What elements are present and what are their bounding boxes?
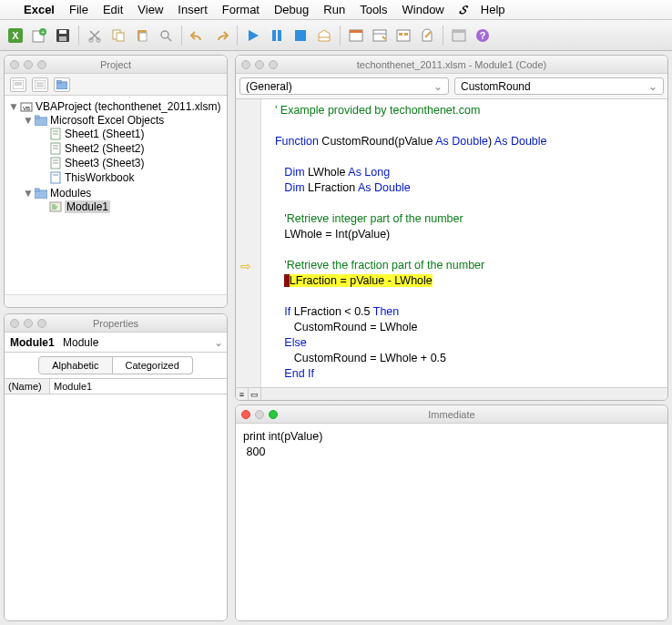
project-toolbar xyxy=(5,74,227,96)
full-module-view-icon[interactable]: ▭ xyxy=(249,388,261,400)
copy-icon[interactable] xyxy=(108,26,128,46)
menu-insert[interactable]: Insert xyxy=(178,3,208,16)
toolbox-icon[interactable] xyxy=(417,26,437,46)
disclosure-icon[interactable]: ▼ xyxy=(23,187,32,200)
svg-rect-27 xyxy=(399,33,402,36)
paste-icon[interactable] xyxy=(132,26,152,46)
immediate-window: Immediate print int(pValue) 800 xyxy=(235,405,668,621)
traffic-close-icon[interactable] xyxy=(241,410,250,419)
menu-tools[interactable]: Tools xyxy=(360,3,387,16)
traffic-zoom-icon[interactable] xyxy=(269,60,278,69)
menu-help[interactable]: Help xyxy=(481,3,505,16)
sheet-icon xyxy=(49,128,62,140)
execution-arrow-icon: ⇨ xyxy=(240,259,251,273)
tree-excel-objects-folder[interactable]: Microsoft Excel Objects xyxy=(50,114,164,127)
traffic-close-icon[interactable] xyxy=(10,60,19,69)
svg-marker-20 xyxy=(319,30,330,41)
traffic-zoom-icon[interactable] xyxy=(37,60,46,69)
help-icon[interactable]: ? xyxy=(473,26,493,46)
traffic-close-icon[interactable] xyxy=(10,319,19,328)
tree-thisworkbook[interactable]: ThisWorkbook xyxy=(65,171,134,184)
sheet-icon xyxy=(49,157,62,169)
traffic-min-icon[interactable] xyxy=(255,410,264,419)
disclosure-icon[interactable]: ▼ xyxy=(23,114,32,127)
insert-module-icon[interactable]: + xyxy=(29,26,49,46)
property-name-value[interactable]: Module1 xyxy=(50,379,227,394)
svg-rect-11 xyxy=(117,33,124,41)
tree-modules-folder[interactable]: Modules xyxy=(50,187,91,200)
find-icon[interactable] xyxy=(156,26,176,46)
code-editor[interactable]: ⇨ ' Example provided by techonthenet.com… xyxy=(236,99,667,387)
properties-panel-title: Properties xyxy=(5,314,227,333)
menu-file[interactable]: File xyxy=(69,3,88,16)
traffic-close-icon[interactable] xyxy=(241,60,250,69)
code-window: techonthenet_2011.xlsm - Module1 (Code) … xyxy=(235,55,668,401)
traffic-zoom-icon[interactable] xyxy=(269,410,278,419)
cut-icon[interactable] xyxy=(85,26,105,46)
svg-rect-37 xyxy=(36,82,44,87)
run-icon[interactable] xyxy=(243,26,263,46)
project-explorer-icon[interactable] xyxy=(346,26,366,46)
svg-line-15 xyxy=(168,37,171,41)
stop-icon[interactable] xyxy=(290,26,311,46)
tree-vbaproject[interactable]: VBAProject (techonthenet_2011.xlsm) xyxy=(36,100,220,113)
chevron-down-icon: ⌄ xyxy=(648,80,657,93)
object-browser-icon[interactable] xyxy=(393,26,413,46)
folder-icon xyxy=(35,114,47,127)
procedure-combo[interactable]: CustomRound⌄ xyxy=(454,77,664,95)
tree-sheet2[interactable]: Sheet2 (Sheet2) xyxy=(65,142,144,155)
traffic-min-icon[interactable] xyxy=(24,60,33,69)
svg-rect-6 xyxy=(59,30,66,34)
menu-app[interactable]: Excel xyxy=(24,3,55,16)
code-window-title: techonthenet_2011.xlsm - Module1 (Code) xyxy=(236,56,667,74)
svg-rect-53 xyxy=(51,172,60,183)
properties-object-type: Module xyxy=(59,336,210,349)
properties-window-icon[interactable] xyxy=(370,26,390,46)
code-text[interactable]: ' Example provided by techonthenet.com F… xyxy=(261,99,667,387)
redo-icon[interactable] xyxy=(211,26,231,46)
svg-rect-39 xyxy=(56,80,61,83)
workbook-icon xyxy=(49,171,62,184)
tab-categorized[interactable]: Categorized xyxy=(113,356,193,374)
pause-icon[interactable] xyxy=(267,26,287,46)
svg-rect-56 xyxy=(35,189,39,191)
properties-object-selector[interactable]: Module1 Module ⌄ xyxy=(5,333,227,353)
undo-icon[interactable] xyxy=(188,26,208,46)
svg-rect-18 xyxy=(278,30,281,41)
view-object-icon[interactable] xyxy=(32,77,48,92)
tree-sheet1[interactable]: Sheet1 (Sheet1) xyxy=(65,128,144,140)
view-code-icon[interactable] xyxy=(10,77,26,92)
menu-view[interactable]: View xyxy=(137,3,163,16)
folder-icon xyxy=(35,187,47,200)
object-combo-label: (General) xyxy=(246,80,292,93)
excel-icon[interactable]: X xyxy=(5,26,25,46)
project-tree[interactable]: ▼VBVBAProject (techonthenet_2011.xlsm) ▼… xyxy=(5,96,227,294)
design-mode-icon[interactable] xyxy=(314,26,334,46)
save-icon[interactable] xyxy=(53,26,73,46)
tree-module1[interactable]: Module1 xyxy=(65,200,110,213)
svg-text:VB: VB xyxy=(23,106,30,111)
svg-text:?: ? xyxy=(480,30,486,41)
properties-title-label: Properties xyxy=(93,318,138,329)
traffic-min-icon[interactable] xyxy=(24,319,33,328)
tree-sheet3[interactable]: Sheet3 (Sheet3) xyxy=(65,157,144,169)
project-scrollbar[interactable] xyxy=(5,294,227,307)
script-menu-icon[interactable]: 𝓢 xyxy=(459,3,466,17)
vba-window-icon[interactable] xyxy=(449,26,469,46)
code-footer: ≡ ▭ xyxy=(236,387,667,400)
menu-debug[interactable]: Debug xyxy=(274,3,309,16)
traffic-min-icon[interactable] xyxy=(255,60,264,69)
toggle-folders-icon[interactable] xyxy=(54,77,70,92)
immediate-text[interactable]: print int(pValue) 800 xyxy=(236,424,667,620)
menu-format[interactable]: Format xyxy=(222,3,260,16)
disclosure-icon[interactable]: ▼ xyxy=(8,100,17,113)
menu-edit[interactable]: Edit xyxy=(103,3,123,16)
procedure-view-icon[interactable]: ≡ xyxy=(236,388,249,400)
object-combo[interactable]: (General)⌄ xyxy=(239,77,449,95)
menu-run[interactable]: Run xyxy=(323,3,345,16)
code-gutter[interactable]: ⇨ xyxy=(236,99,261,387)
menu-window[interactable]: Window xyxy=(402,3,444,16)
svg-point-14 xyxy=(161,31,168,38)
tab-alphabetic[interactable]: Alphabetic xyxy=(38,356,112,374)
traffic-zoom-icon[interactable] xyxy=(37,319,46,328)
